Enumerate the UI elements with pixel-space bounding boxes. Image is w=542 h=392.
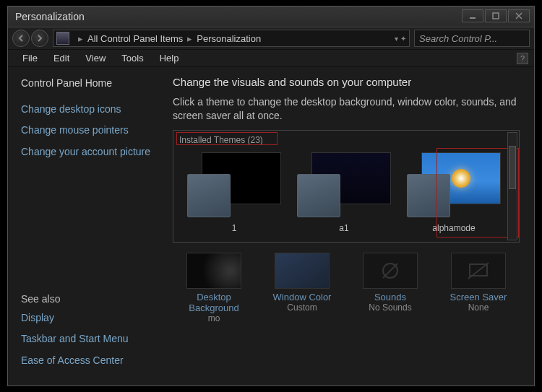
link-sub: No Sounds (349, 302, 431, 313)
vertical-scrollbar[interactable] (507, 132, 517, 240)
menu-bar: File Edit View Tools Help ? (8, 50, 534, 67)
search-input[interactable]: Search Control P... (414, 30, 530, 47)
screen-saver-icon (451, 253, 506, 289)
scrollbar-thumb[interactable] (509, 146, 516, 189)
help-icon[interactable]: ? (517, 53, 528, 64)
bottom-links: Desktop Background mo Window Color Custo… (173, 253, 520, 323)
sidebar: Control Panel Home Change desktop icons … (8, 67, 160, 386)
search-placeholder: Search Control P... (419, 33, 497, 44)
link-window-color[interactable]: Window Color Custom (261, 253, 343, 323)
minimize-icon (469, 12, 476, 19)
link-sub: mo (173, 313, 255, 323)
window-title: Personalization (15, 11, 85, 22)
link-sounds[interactable]: Sounds No Sounds (349, 253, 431, 323)
back-icon (17, 35, 25, 42)
maximize-icon (492, 12, 499, 19)
theme-item-1[interactable]: 1 (184, 152, 285, 233)
address-bar[interactable]: ▸ All Control Panel Items ▸ Personalizat… (53, 30, 410, 47)
sidebar-seealso-label: See also (21, 293, 152, 305)
chevron-right-icon: ▸ (187, 33, 192, 44)
titlebar: Personalization (8, 6, 534, 27)
body-area: Control Panel Home Change desktop icons … (8, 67, 534, 386)
link-desktop-background[interactable]: Desktop Background mo (173, 253, 255, 323)
chevron-right-icon: ▸ (78, 33, 83, 44)
sidebar-seealso-display[interactable]: Display (21, 312, 152, 325)
link-sub: Custom (261, 302, 343, 313)
svg-rect-1 (493, 13, 499, 19)
link-sub: None (437, 302, 520, 313)
breadcrumb-level2[interactable]: Personalization (197, 33, 261, 44)
menu-help[interactable]: Help (152, 51, 186, 65)
menu-file[interactable]: File (15, 51, 45, 65)
sidebar-link-mouse-pointers[interactable]: Change mouse pointers (21, 124, 152, 137)
annotation-box (176, 132, 278, 145)
link-label: Sounds (349, 292, 431, 302)
personalization-window: Personalization ▸ All Control P (7, 6, 535, 386)
theme-item-a1[interactable]: a1 (293, 152, 395, 233)
back-button[interactable] (12, 30, 30, 47)
link-screen-saver[interactable]: Screen Saver None (437, 253, 520, 323)
menu-tools[interactable]: Tools (114, 51, 150, 65)
breadcrumb-level1[interactable]: All Control Panel Items (87, 33, 183, 44)
close-button[interactable] (508, 9, 530, 22)
close-icon (515, 12, 522, 19)
address-dropdown-icon[interactable]: ▾ ✦ (395, 35, 406, 43)
themes-panel: Installed Themes (23) 1 (173, 130, 520, 243)
sidebar-seealso-ease-of-access[interactable]: Ease of Access Center (21, 354, 152, 367)
nav-arrow-group (12, 30, 48, 47)
page-description: Click a theme to change the desktop back… (173, 95, 527, 123)
sounds-icon (363, 253, 418, 289)
menu-view[interactable]: View (78, 51, 113, 65)
sidebar-seealso-taskbar[interactable]: Taskbar and Start Menu (21, 333, 152, 346)
forward-icon (36, 35, 43, 42)
theme-thumbnail (187, 152, 281, 219)
theme-label: 1 (184, 223, 285, 233)
link-label: Screen Saver (437, 292, 520, 302)
window-color-icon (275, 253, 330, 289)
menu-edit[interactable]: Edit (46, 51, 77, 65)
link-label: Window Color (261, 292, 343, 302)
desktop-background-icon (186, 253, 241, 289)
minimize-button[interactable] (462, 9, 483, 22)
maximize-button[interactable] (485, 9, 507, 22)
link-label: Desktop Background (173, 292, 255, 313)
main-content: Change the visuals and sounds on your co… (160, 67, 534, 386)
page-title: Change the visuals and sounds on your co… (173, 76, 527, 88)
window-controls (462, 9, 530, 22)
sidebar-home[interactable]: Control Panel Home (21, 77, 152, 90)
sidebar-link-desktop-icons[interactable]: Change desktop icons (21, 103, 152, 116)
theme-label: a1 (293, 223, 395, 233)
control-panel-icon (56, 32, 69, 45)
annotation-box (436, 148, 519, 238)
navigation-bar: ▸ All Control Panel Items ▸ Personalizat… (8, 27, 534, 50)
sidebar-link-account-picture[interactable]: Change your account picture (21, 146, 152, 159)
forward-button[interactable] (31, 30, 48, 47)
theme-thumbnail (297, 152, 391, 219)
